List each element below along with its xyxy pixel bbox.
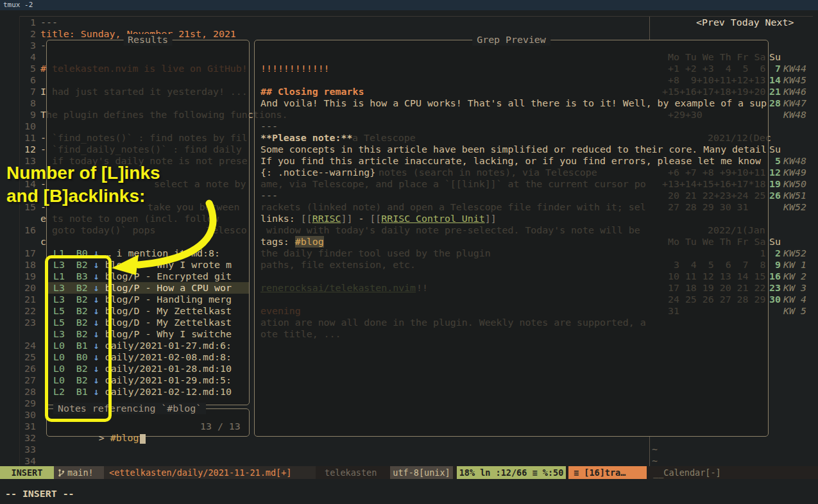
editor-area[interactable]: ---title: Sunday, November 21st, 2021-# … [0,10,818,466]
mode-indicator: INSERT [0,466,54,479]
buffer-text: - [40,40,46,51]
buffer-text: --- [40,17,58,28]
line-number: 30 [21,409,36,421]
calendar-sunday[interactable]: 9 [769,259,781,271]
calendar-week-label: KW50 [783,178,806,190]
empty-line-tilde: ~ [652,455,658,467]
calendar-sunday[interactable]: 26 [769,190,781,201]
line-number: 34 [21,455,36,467]
calendar-sunday[interactable]: 2 [769,248,781,259]
line-number: 12 [21,144,36,155]
calendar-sunday[interactable]: 30 [769,294,781,305]
line-number: 33 [21,444,36,455]
empty-line-tilde: ~ [652,444,658,455]
line-number: 29 [21,398,36,409]
calendar-sunday[interactable]: 7 [769,63,781,74]
tmux-status-bar: tmux -2 [0,0,818,10]
line-number: 26 [21,363,36,374]
grep-preview-title: Grep Preview [472,34,550,46]
git-branch-label: main! [67,467,94,478]
line-number: 18 [21,259,36,271]
line-number: 2 [21,28,36,40]
mode-message: -- INSERT -- [5,487,74,500]
line-number: 1 [21,17,36,28]
calendar-sunday-header: Su [769,236,781,248]
plugin-name: telekasten [325,466,377,479]
tmux-title: tmux -2 [3,1,33,9]
terminal-screen: tmux -2 ---title: Sunday, November 21st,… [0,0,818,504]
statusline: INSERT main! <ettelkasten/daily/2021-11-… [0,466,818,479]
buffer-text: c [40,236,46,248]
calendar-sunday[interactable]: 16 [769,271,781,282]
calendar-week-label: KW46 [783,86,806,97]
calendar-nav: <Prev Today Next> [696,17,794,28]
calendar-sunday[interactable]: 5 [769,155,781,167]
line-number: 20 [21,282,36,294]
line-number: 17 [21,248,36,259]
line-number: 4 [21,51,36,63]
grep-preview-window: Grep Preview [254,40,769,437]
calendar-today-button[interactable]: Today [725,17,760,28]
line-number: 21 [21,294,36,305]
line-number: 9 [21,109,36,121]
calendar-sunday[interactable]: 19 [769,178,781,190]
results-window-title: Results [123,34,173,46]
calendar-week-label: KW52 [783,248,806,259]
calendar-week-label: KW 5 [783,305,806,317]
calendar-sunday[interactable]: 28 [769,97,781,109]
cursor-position-segment: 18% ln :12/66 ≡ %:50 [457,466,566,479]
line-number: 24 [21,340,36,351]
calendar-week-label: KW47 [783,97,806,109]
calendar-sunday-header: Su [769,51,781,63]
calendar-statusline: __Calendar[-] [653,466,721,479]
calendar-sunday[interactable]: 21 [769,86,781,97]
line-number: 25 [21,351,36,363]
calendar-week-label: KW 1 [783,259,806,271]
line-number: 19 [21,271,36,282]
buffer-indicator-segment: ≡ [16]tra… [568,466,647,479]
calendar-week-label: KW45 [783,74,806,86]
line-number: 7 [21,86,36,97]
calendar-week-label: KW 3 [783,282,806,294]
calendar-week-label: KW51 [783,190,806,201]
calendar-prev-button[interactable]: <Prev [696,17,725,28]
line-number: 32 [21,432,36,444]
line-number: 3 [21,40,36,51]
calendar-week-label: KW52 [783,201,806,213]
line-number: 6 [21,74,36,86]
annotation-highlight-box [45,255,112,422]
calendar-sunday[interactable]: 12 [769,167,781,178]
line-number: 28 [21,386,36,398]
line-number: 10 [21,121,36,132]
calendar-week-label: KW 2 [783,271,806,282]
git-branch-icon [58,469,65,477]
filename-segment: <ettelkasten/daily/2021-11-21.md[+] [104,466,316,479]
line-number: 27 [21,374,36,386]
line-number: 8 [21,97,36,109]
calendar-next-button[interactable]: Next> [760,17,794,28]
encoding-segment: utf-8[unix] [390,466,453,479]
line-number: 22 [21,305,36,317]
calendar-week-label: KW48 [783,109,806,121]
calendar-week-label: KW49 [783,167,806,178]
calendar-sunday[interactable]: 23 [769,282,781,294]
line-number: 5 [21,63,36,74]
calendar-week-label: KW48 [783,155,806,167]
calendar-sunday[interactable]: 14 [769,74,781,86]
calendar-week-label: KW44 [783,63,806,74]
calendar-week-label: KW 4 [783,294,806,305]
line-number: 16 [21,224,36,236]
buffer-text: e [40,213,46,224]
line-number: 11 [21,132,36,144]
annotation-line1: Number of [L]inks [6,163,160,183]
git-branch-segment: main! [54,466,104,479]
line-number: 31 [21,421,36,432]
calendar-sunday-header: Su [769,144,781,155]
annotation-arrow [96,199,225,276]
line-number: 23 [21,317,36,328]
